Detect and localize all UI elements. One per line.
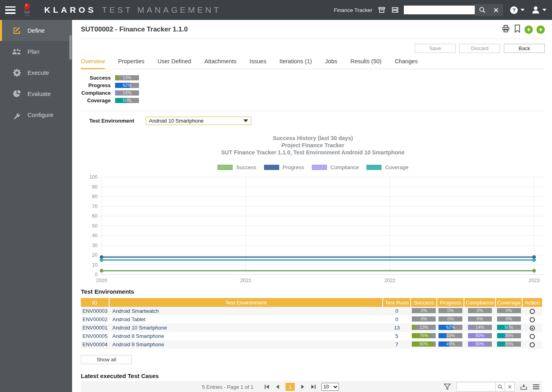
environment-id-link[interactable]: ENV00005 [81, 332, 109, 340]
chevron-down-icon [243, 119, 248, 122]
percent-bar: 50% [115, 98, 139, 103]
tab-properties[interactable]: Properties [118, 58, 144, 69]
compliance-cell: 80% [464, 332, 495, 340]
column-header-compliance[interactable]: Compliance [464, 298, 495, 307]
sidebar-item-define[interactable]: Define [0, 20, 72, 41]
legend-item-coverage[interactable]: Coverage [366, 164, 409, 170]
percent-label: 13% [115, 75, 139, 80]
discard-button[interactable]: Discard [459, 44, 500, 53]
column-header-id[interactable]: ID [81, 298, 109, 307]
svg-text:30: 30 [92, 243, 98, 248]
filter-icon[interactable] [443, 383, 451, 391]
percent-bar: 14% [115, 90, 139, 96]
global-search-input[interactable] [404, 6, 475, 14]
sidebar-item-plan[interactable]: Plan [0, 41, 72, 62]
svg-text:90: 90 [92, 184, 98, 190]
column-header-success[interactable]: Success [411, 298, 437, 307]
sidebar-item-evaluate[interactable]: Evaluate [0, 83, 72, 104]
radio-icon[interactable] [530, 317, 535, 322]
gear-icon [12, 68, 22, 77]
radio-icon[interactable] [530, 334, 535, 339]
radio-icon[interactable] [530, 309, 535, 314]
tab-jobs[interactable]: Jobs [325, 58, 337, 69]
search-button-group [475, 4, 503, 16]
previous-icon[interactable] [525, 25, 533, 34]
current-page[interactable]: 1 [286, 383, 295, 391]
back-button[interactable]: Back [504, 44, 545, 53]
tab-attachments[interactable]: Attachments [204, 58, 237, 69]
next-page-icon[interactable] [300, 384, 305, 390]
table-search-input[interactable] [456, 382, 495, 392]
radio-selected-icon[interactable] [530, 326, 535, 331]
main-content: SUT00002 - Finance Tracker 1.1.0 [72, 20, 552, 392]
percent-bar: 0% [468, 308, 492, 313]
action-cell [522, 324, 542, 332]
environment-id-link[interactable]: ENV00003 [81, 307, 109, 315]
environment-name-link[interactable]: Android 10 Smartphone [109, 324, 383, 332]
tab-results-50[interactable]: Results (50) [350, 58, 382, 69]
help-icon: ? [509, 6, 519, 15]
tab-iterations-1[interactable]: Iterations (1) [280, 58, 312, 69]
print-icon[interactable] [501, 24, 510, 35]
tab-issues[interactable]: Issues [250, 58, 266, 69]
user-menu[interactable] [531, 5, 546, 15]
archive-icon[interactable] [378, 6, 386, 14]
percent-label: 80% [468, 341, 492, 347]
tab-changes[interactable]: Changes [395, 58, 418, 69]
percent-label: 0% [468, 316, 492, 322]
column-header-coverage[interactable]: Coverage [495, 298, 522, 307]
save-button[interactable]: Save [415, 44, 456, 53]
help-menu[interactable]: ? [509, 6, 525, 15]
next-icon[interactable] [536, 25, 545, 34]
page-size-select[interactable]: 10 [321, 383, 339, 391]
percent-bar: 62% [438, 325, 462, 330]
environment-name-link[interactable]: Android 9 Smartphone [109, 340, 383, 349]
sidebar-scrollbar[interactable] [69, 35, 72, 60]
column-header-test-runs[interactable]: Test Runs [383, 298, 411, 307]
table-search-icon[interactable] [495, 382, 505, 392]
environment-row-env00001: ENV00001Android 10 Smartphone1313%62%14%… [81, 324, 542, 332]
test-environment-select[interactable]: Android 10 Smartphone [146, 117, 251, 125]
sidebar-item-configure[interactable]: Configure [0, 104, 72, 125]
environment-row-env00003: ENV00003Android Smartwatch00%0%0%0% [81, 307, 542, 315]
radio-icon[interactable] [530, 342, 535, 347]
environment-id-link[interactable]: ENV00002 [81, 315, 109, 324]
chevron-down-icon [521, 9, 525, 11]
legend-item-success[interactable]: Success [217, 164, 256, 170]
column-header-progress[interactable]: Progress [437, 298, 464, 307]
brand-suffix: TEST MANAGEMENT [102, 5, 221, 15]
menu-icon[interactable] [5, 6, 16, 14]
download-icon[interactable] [520, 383, 528, 391]
action-cell [522, 340, 542, 349]
percent-bar: 13% [115, 75, 139, 80]
tab-user-defined[interactable]: User Defined [158, 58, 192, 69]
legend-item-progress[interactable]: Progress [264, 164, 304, 170]
environment-name-link[interactable]: Android 8 Smartphone [109, 332, 383, 340]
environment-name-link[interactable]: Android Tablet [109, 315, 383, 324]
show-all-button[interactable]: Show all [81, 355, 132, 364]
legend-item-compliance[interactable]: Compliance [312, 164, 359, 170]
columns-menu-icon[interactable] [532, 384, 540, 390]
column-header-test-environment[interactable]: Test Environment [109, 298, 383, 307]
compliance-cell: 0% [464, 307, 495, 315]
first-page-icon[interactable] [264, 384, 270, 390]
search-icon[interactable] [479, 6, 486, 14]
tab-overview[interactable]: Overview [81, 58, 105, 69]
environment-id-link[interactable]: ENV00004 [81, 340, 109, 349]
environment-id-link[interactable]: ENV00001 [81, 324, 109, 332]
table-clear-icon[interactable] [505, 382, 515, 392]
environment-name-link[interactable]: Android Smartwatch [109, 307, 383, 315]
success-cell: 90% [411, 340, 437, 349]
sidebar-item-execute[interactable]: Execute [0, 62, 72, 83]
chart-title: Success History (last 30 days) [81, 135, 545, 142]
clear-search-icon[interactable] [493, 7, 499, 13]
previous-page-icon[interactable] [275, 384, 280, 390]
percent-bar: 0% [468, 316, 492, 322]
project-link[interactable]: Finance Tracker [334, 7, 372, 13]
percent-bar: 0% [438, 316, 462, 322]
column-header-action[interactable]: Action [522, 298, 542, 307]
repository-icon[interactable] [391, 6, 399, 14]
last-page-icon[interactable] [311, 384, 316, 390]
svg-text:2021: 2021 [240, 278, 251, 283]
bookmark-icon[interactable] [514, 24, 521, 35]
